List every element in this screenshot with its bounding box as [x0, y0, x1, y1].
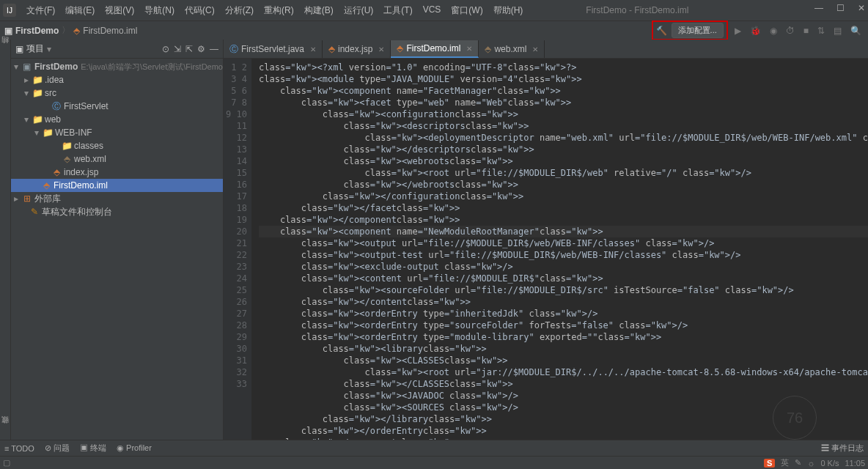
tree-external-libraries[interactable]: ▸⊞外部库	[11, 192, 223, 205]
project-panel-icon: ▣	[15, 44, 23, 54]
profile-icon[interactable]: ⏱	[784, 26, 797, 36]
profiler-tab[interactable]: ◉ Profiler	[117, 443, 152, 453]
left-toolwindow-bar: 结构 收藏	[0, 40, 11, 440]
terminal-tab[interactable]: ▣ 终端	[80, 443, 106, 454]
tool-windows-icon[interactable]: ▢	[3, 458, 10, 468]
tree-firstservlet[interactable]: ⒸFirstServlet	[11, 100, 223, 113]
close-tab-icon[interactable]: ✕	[378, 45, 384, 53]
hide-icon[interactable]: —	[210, 44, 218, 54]
tree-indexjsp[interactable]: ⬘index.jsp	[11, 166, 223, 179]
ime-tool-icon[interactable]: ✎	[795, 458, 801, 468]
menu-view[interactable]: 视图(V)	[100, 3, 139, 18]
menu-analyze[interactable]: 分析(Z)	[221, 3, 258, 18]
net-speed: 0 K/s	[820, 459, 839, 468]
maximize-icon[interactable]: ☐	[836, 3, 845, 13]
coverage-icon[interactable]: ◉	[768, 26, 779, 36]
run-icon[interactable]: ▶	[732, 26, 743, 36]
problems-tab[interactable]: ⊘ 问题	[45, 443, 70, 454]
menu-help[interactable]: 帮助(H)	[489, 3, 528, 18]
tree-webxml[interactable]: ⬘web.xml	[11, 152, 223, 166]
select-opened-icon[interactable]: ⊙	[162, 44, 169, 54]
menu-navigate[interactable]: 导航(N)	[140, 3, 179, 18]
add-configuration-button[interactable]: 添加配置...	[672, 23, 724, 38]
close-tab-icon[interactable]: ✕	[466, 45, 472, 53]
tree-root[interactable]: ▾▣FirstDemoE:\java\前端学习\Servlet测试\FirstD…	[11, 60, 223, 73]
menu-refactor[interactable]: 重构(R)	[260, 3, 298, 18]
tree-firstdemoiml[interactable]: ⬘FirstDemo.iml	[11, 179, 223, 192]
structure-tab[interactable]: 结构	[0, 47, 10, 53]
menubar: 文件(F) 编辑(E) 视图(V) 导航(N) 代码(C) 分析(Z) 重构(R…	[22, 3, 527, 18]
tree-web[interactable]: ▾📁web	[11, 113, 223, 126]
todo-tab[interactable]: ≡ TODO	[4, 444, 34, 453]
build-icon[interactable]: 🔨	[656, 26, 667, 36]
breadcrumb-file[interactable]: FirstDemo.iml	[83, 26, 137, 36]
project-icon: ▣	[4, 26, 12, 36]
menu-vcs[interactable]: VCS	[419, 3, 446, 18]
tab-firstdemoiml[interactable]: ⬘FirstDemo.iml✕	[391, 40, 479, 58]
tree-classes[interactable]: 📁classes	[11, 139, 223, 152]
code-editor[interactable]: class="kw"><?xml version="1.0" encoding=…	[251, 59, 868, 440]
tree-src[interactable]: ▾📁src	[11, 86, 223, 100]
tab-webxml[interactable]: ⬘web.xml✕	[479, 40, 545, 58]
app-logo: IJ	[3, 4, 16, 17]
status-bar: ▢ S 英 ✎ ☼ 0 K/s 11:05	[0, 456, 868, 469]
breadcrumb-project[interactable]: FirstDemo	[15, 26, 59, 36]
tree-idea[interactable]: ▸📁.idea	[11, 73, 223, 86]
project-panel: ▣ 项目 ▾ ⊙ ⇲ ⇱ ⚙ — ▾▣FirstDemoE:\java\前端学习…	[11, 40, 224, 440]
menu-run[interactable]: 运行(U)	[339, 3, 378, 18]
tab-indexjsp[interactable]: ⬘index.jsp✕	[323, 40, 391, 58]
close-icon[interactable]: ✕	[858, 3, 865, 13]
time: 11:05	[845, 459, 865, 468]
menu-edit[interactable]: 编辑(E)	[61, 3, 99, 18]
close-tab-icon[interactable]: ✕	[310, 45, 316, 53]
toolbar: ▣ FirstDemo 〉 ⬘ FirstDemo.iml 🔨 添加配置... …	[0, 21, 868, 40]
minimize-icon[interactable]: —	[814, 3, 823, 13]
search-everywhere-icon[interactable]: 🔍	[848, 26, 864, 36]
project-panel-title[interactable]: 项目	[26, 43, 44, 55]
collapse-all-icon[interactable]: ⇱	[185, 44, 193, 54]
ime-badge[interactable]: S	[764, 459, 775, 468]
breadcrumb: ▣ FirstDemo 〉 ⬘ FirstDemo.iml	[4, 24, 137, 37]
debug-icon[interactable]: 🐞	[748, 26, 763, 36]
structure-icon[interactable]: ▤	[831, 26, 844, 36]
menu-tools[interactable]: 工具(T)	[379, 3, 416, 18]
favorites-tab[interactable]: 收藏	[0, 426, 10, 432]
expand-all-icon[interactable]: ⇲	[174, 44, 181, 54]
run-config-highlight: 🔨 添加配置...	[652, 21, 728, 40]
menu-code[interactable]: 代码(C)	[180, 3, 219, 18]
chevron-down-icon[interactable]: ▾	[47, 44, 51, 54]
line-gutter[interactable]: 1 2 3 4 5 6 7 8 9 10 11 12 13 14 15 16 1…	[224, 59, 251, 440]
project-tree[interactable]: ▾▣FirstDemoE:\java\前端学习\Servlet测试\FirstD…	[11, 59, 223, 440]
window-title: FirstDemo - FirstDemo.iml	[586, 5, 688, 15]
bottom-toolbar: ≡ TODO ⊘ 问题 ▣ 终端 ◉ Profiler ☰ 事件日志	[0, 440, 868, 456]
gear-icon[interactable]: ⚙	[197, 44, 205, 54]
menu-window[interactable]: 窗口(W)	[446, 3, 487, 18]
tree-webinf[interactable]: ▾📁WEB-INF	[11, 126, 223, 139]
titlebar: IJ 文件(F) 编辑(E) 视图(V) 导航(N) 代码(C) 分析(Z) 重…	[0, 0, 868, 21]
ime-settings-icon[interactable]: ☼	[807, 459, 814, 468]
memory-indicator[interactable]: 76	[773, 396, 817, 440]
close-tab-icon[interactable]: ✕	[532, 45, 538, 53]
update-icon[interactable]: ⇅	[815, 26, 827, 36]
menu-file[interactable]: 文件(F)	[22, 3, 59, 18]
file-icon: ⬘	[73, 26, 80, 36]
stop-icon[interactable]: ■	[801, 26, 811, 36]
editor-tabs: ⒸFirstServlet.java✕ ⬘index.jsp✕ ⬘FirstDe…	[224, 40, 868, 59]
menu-build[interactable]: 构建(B)	[300, 3, 338, 18]
tree-scratches[interactable]: ✎草稿文件和控制台	[11, 205, 223, 218]
ime-lang[interactable]: 英	[781, 457, 789, 468]
event-log-tab[interactable]: ☰ 事件日志	[821, 443, 864, 454]
tab-firstservlet[interactable]: ⒸFirstServlet.java✕	[224, 40, 323, 58]
